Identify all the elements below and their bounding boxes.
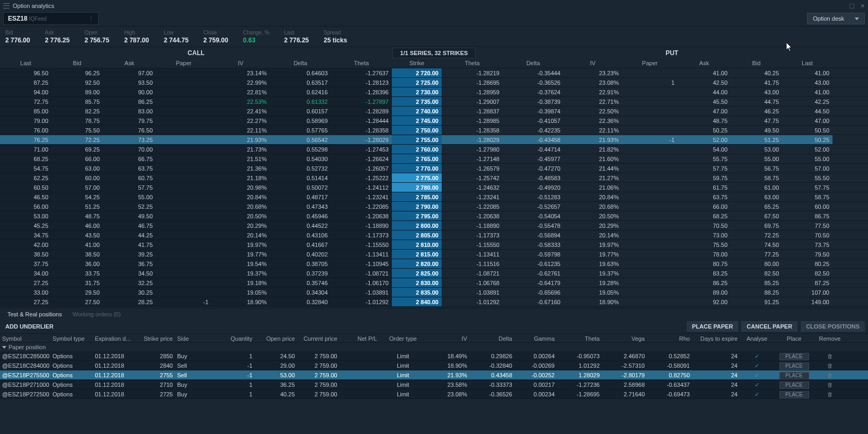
call-cell[interactable]: 52.25 — [103, 202, 156, 211]
put-cell[interactable]: 50.25 — [782, 135, 832, 144]
put-cell[interactable] — [622, 192, 678, 201]
put-cell[interactable]: 21.44% — [564, 164, 622, 173]
call-cell[interactable] — [156, 97, 212, 106]
call-cell[interactable]: 96.25 — [51, 68, 103, 77]
call-cell[interactable]: 70.00 — [103, 145, 156, 154]
put-cell[interactable]: 19.05% — [564, 288, 622, 297]
call-cell[interactable]: 20.84% — [212, 192, 270, 201]
put-cell[interactable]: 80.00 — [731, 259, 782, 268]
put-cell[interactable]: -1.28358 — [442, 126, 503, 135]
strike-cell[interactable]: 2 825.00 — [392, 269, 442, 278]
call-cell[interactable]: 97.00 — [103, 68, 156, 77]
call-cell[interactable]: 66.75 — [103, 154, 156, 163]
put-cell[interactable]: -0.67160 — [503, 297, 564, 306]
put-cell[interactable]: -1.26579 — [442, 164, 503, 173]
put-cell[interactable]: 21.06% — [564, 183, 622, 192]
put-cell[interactable] — [622, 164, 678, 173]
put-cell[interactable]: -0.45977 — [503, 154, 564, 163]
place-paper-button[interactable]: PLACE PAPER — [687, 321, 738, 332]
call-cell[interactable]: 19.05% — [212, 288, 270, 297]
call-cell[interactable]: 0.34304 — [270, 288, 331, 297]
put-cell[interactable]: 149.00 — [782, 297, 832, 306]
call-cell[interactable]: 0.55298 — [270, 145, 331, 154]
call-cell[interactable] — [156, 278, 212, 287]
put-cell[interactable] — [622, 202, 678, 211]
call-cell[interactable]: 45.25 — [0, 221, 51, 230]
call-cell[interactable] — [156, 231, 212, 240]
put-cell[interactable]: -0.48583 — [503, 173, 564, 182]
analyse-check[interactable]: ✓ — [755, 353, 759, 359]
put-cell[interactable]: 85.25 — [731, 278, 782, 287]
call-cell[interactable]: -1.28029 — [331, 135, 392, 144]
pos-col-header[interactable]: Strike price — [135, 334, 175, 342]
call-cell[interactable]: 55.00 — [103, 192, 156, 201]
call-cell[interactable] — [156, 192, 212, 201]
call-cell[interactable]: 22.81% — [212, 87, 270, 96]
put-cell[interactable]: 43.00 — [731, 87, 782, 96]
call-cell[interactable]: 31.75 — [51, 278, 103, 287]
strike-cell[interactable]: 2 820.00 — [392, 259, 442, 268]
put-cell[interactable]: -1.28985 — [442, 116, 503, 125]
call-cell[interactable]: -1.26057 — [331, 164, 392, 173]
call-cell[interactable]: 60.00 — [51, 173, 103, 182]
call-cell[interactable]: -1.17373 — [331, 231, 392, 240]
put-cell[interactable] — [622, 269, 678, 278]
put-cell[interactable]: -1.20638 — [442, 211, 503, 220]
call-cell[interactable]: 38.50 — [51, 250, 103, 259]
call-cell[interactable]: 19.54% — [212, 259, 270, 268]
put-cell[interactable]: 23.08% — [564, 78, 622, 87]
put-cell[interactable]: -1.28959 — [442, 87, 503, 96]
call-cell[interactable] — [156, 221, 212, 230]
call-cell[interactable]: -1.22085 — [331, 202, 392, 211]
strike-cell[interactable]: 2 770.00 — [392, 164, 442, 173]
trash-icon[interactable]: 🗑 — [827, 372, 833, 378]
add-underlier-button[interactable]: ADD UNDERLIER — [3, 321, 56, 332]
call-cell[interactable] — [156, 240, 212, 249]
call-cell[interactable]: 33.00 — [0, 288, 51, 297]
call-cell[interactable]: 63.00 — [51, 164, 103, 173]
position-row[interactable]: @ESZ18P272500Options01.12.20182725Buy140… — [0, 389, 868, 399]
col-header[interactable]: IV — [212, 59, 270, 68]
call-cell[interactable]: 0.41667 — [270, 240, 331, 249]
put-cell[interactable]: -1.08721 — [442, 269, 503, 278]
put-cell[interactable]: 50.25 — [678, 126, 731, 135]
call-cell[interactable]: -1.01292 — [331, 297, 392, 306]
call-cell[interactable]: -1.27637 — [331, 68, 392, 77]
call-cell[interactable]: 29.50 — [51, 288, 103, 297]
position-row[interactable]: @ESZ18C285000Options01.12.20182850Buy124… — [0, 351, 868, 361]
put-cell[interactable]: -1.27148 — [442, 154, 503, 163]
analyse-check[interactable]: ✓ — [755, 362, 759, 369]
trash-icon[interactable]: 🗑 — [827, 391, 833, 397]
put-cell[interactable]: 66.00 — [678, 202, 731, 211]
strike-cell[interactable]: 2 735.00 — [392, 97, 442, 106]
call-cell[interactable]: 38.50 — [0, 250, 51, 259]
put-cell[interactable]: 83.25 — [678, 269, 731, 278]
put-cell[interactable]: 43.00 — [782, 78, 832, 87]
put-cell[interactable]: 54.00 — [678, 145, 731, 154]
call-cell[interactable]: 22.53% — [212, 97, 270, 106]
call-cell[interactable] — [156, 288, 212, 297]
put-cell[interactable]: -1.13411 — [442, 250, 503, 259]
put-cell[interactable]: 49.50 — [731, 126, 782, 135]
call-cell[interactable]: 46.00 — [51, 221, 103, 230]
put-cell[interactable]: 55.50 — [782, 173, 832, 182]
put-cell[interactable]: -0.51283 — [503, 192, 564, 201]
put-cell[interactable]: 88.25 — [731, 288, 782, 297]
series-badge[interactable]: 1/1 SERIES, 32 STRIKES — [392, 48, 476, 58]
pos-col-header[interactable]: Current price — [297, 334, 339, 342]
call-cell[interactable]: 19.37% — [212, 269, 270, 278]
trash-icon[interactable]: 🗑 — [827, 362, 833, 369]
call-cell[interactable]: 0.45946 — [270, 211, 331, 220]
put-cell[interactable]: 47.00 — [782, 116, 832, 125]
analyse-check[interactable]: ✓ — [755, 391, 759, 397]
analyse-check[interactable]: ✓ — [755, 382, 759, 388]
put-cell[interactable]: 51.25 — [731, 135, 782, 144]
call-cell[interactable]: -1.15550 — [331, 240, 392, 249]
place-button[interactable]: PLACE — [779, 372, 809, 379]
call-cell[interactable]: 82.25 — [51, 107, 103, 116]
position-row[interactable]: @ESZ18C284000Options01.12.20182840Sell-1… — [0, 361, 868, 370]
put-cell[interactable]: 58.75 — [782, 192, 832, 201]
put-cell[interactable]: 23.23% — [564, 68, 622, 77]
strike-cell[interactable]: 2 775.00 — [392, 173, 442, 182]
put-cell[interactable] — [622, 250, 678, 259]
